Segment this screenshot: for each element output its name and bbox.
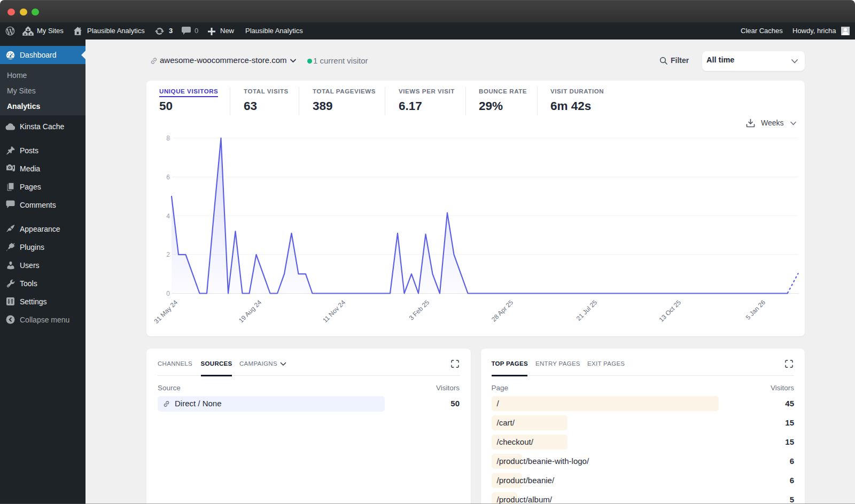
svg-text:2: 2 (166, 251, 170, 258)
svg-text:5 Jan 26: 5 Jan 26 (744, 298, 767, 321)
svg-text:0: 0 (166, 290, 170, 297)
svg-text:4: 4 (166, 212, 170, 220)
svg-text:11 Nov 24: 11 Nov 24 (321, 298, 347, 324)
svg-text:31 May 24: 31 May 24 (153, 298, 180, 325)
svg-text:21 Jul 25: 21 Jul 25 (575, 298, 599, 322)
svg-text:3 Feb 25: 3 Feb 25 (408, 298, 431, 322)
svg-text:13 Oct 25: 13 Oct 25 (657, 298, 682, 324)
svg-text:6: 6 (166, 174, 170, 181)
svg-text:19 Aug 24: 19 Aug 24 (237, 298, 263, 324)
svg-text:28 Apr 25: 28 Apr 25 (490, 298, 515, 323)
svg-text:8: 8 (166, 135, 170, 142)
